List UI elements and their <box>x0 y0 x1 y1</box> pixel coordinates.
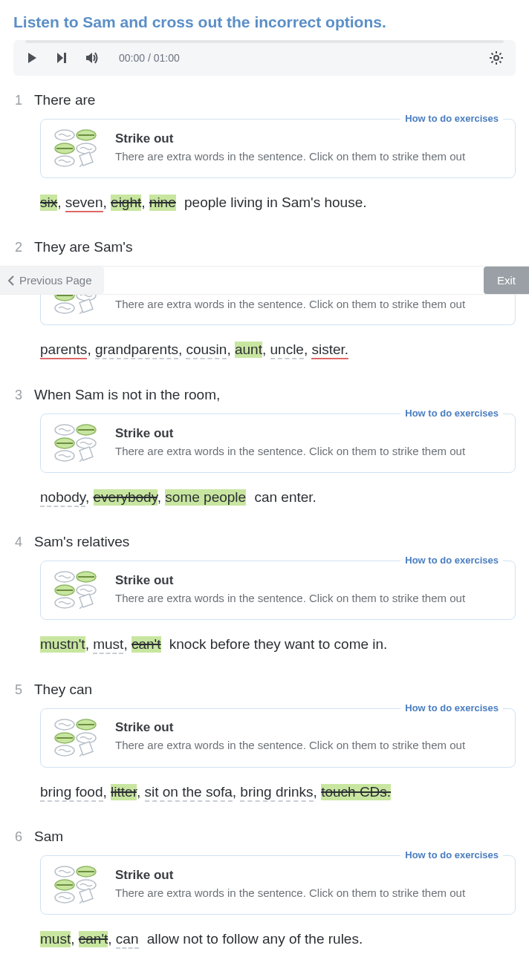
question-prefix: They are Sam's <box>34 239 132 255</box>
separator: , <box>123 636 132 652</box>
option[interactable]: litter <box>111 784 137 800</box>
strike-out-icon <box>51 128 102 167</box>
strike-out-icon <box>51 570 102 609</box>
question-3: 3When Sam is not in the room,How to do e… <box>0 387 529 534</box>
audio-time: 00:00 / 01:00 <box>119 52 180 64</box>
hint-description: There are extra words in the sentence. C… <box>115 886 504 901</box>
separator: , <box>103 195 111 210</box>
separator: , <box>85 489 94 505</box>
hint-description: There are extra words in the sentence. C… <box>115 444 504 459</box>
hint-text: Strike outThere are extra words in the s… <box>115 720 504 753</box>
question-5: 5They canHow to do exercisesStrike outTh… <box>0 682 529 829</box>
option[interactable]: must <box>93 636 123 654</box>
question-number: 1 <box>13 93 22 108</box>
separator: , <box>103 784 111 800</box>
answer-line: six, seven, eight, nine people living in… <box>40 192 516 214</box>
answer-line: nobody, everybody, some people can enter… <box>40 486 516 509</box>
question-1: 1There areHow to do exercisesStrike outT… <box>0 92 529 239</box>
answer-line: mustn't, must, can't knock before they w… <box>40 633 516 656</box>
option[interactable]: touch CDs. <box>321 784 391 800</box>
hint-title: Strike out <box>115 720 504 735</box>
hint-description: There are extra words in the sentence. C… <box>115 149 504 164</box>
separator: , <box>71 931 79 947</box>
exit-button[interactable]: Exit <box>484 267 529 294</box>
hint-box: How to do exercisesStrike outThere are e… <box>40 414 516 473</box>
separator: , <box>178 342 186 357</box>
separator: , <box>108 931 116 947</box>
hint-text: Strike outThere are extra words in the s… <box>115 131 504 164</box>
audio-player: 00:00 / 01:00 <box>13 40 516 76</box>
question-number: 4 <box>13 535 22 550</box>
strike-out-icon <box>51 295 102 314</box>
hint-text: Strike outThere are extra words in the s… <box>115 426 504 459</box>
question-suffix: people living in Sam's house. <box>181 195 367 210</box>
separator: , <box>314 784 322 800</box>
option[interactable]: can't <box>132 636 161 653</box>
question-prefix: Sam <box>34 829 63 845</box>
hint-box: How to do exercisesStrike outThere are e… <box>40 295 516 325</box>
question-suffix: can enter. <box>250 489 317 505</box>
hint-description: There are extra words in the sentence. C… <box>115 738 504 753</box>
question-number: 2 <box>13 240 22 255</box>
hint-title: Strike out <box>115 868 504 883</box>
option[interactable]: grandparents <box>95 342 178 359</box>
play-icon[interactable] <box>25 51 39 65</box>
hint-title: Strike out <box>115 573 504 588</box>
option[interactable]: can't <box>79 931 108 947</box>
question-prefix: There are <box>34 92 95 108</box>
option[interactable]: mustn't <box>40 636 85 653</box>
answer-line: bring food, litter, sit on the sofa, bri… <box>40 781 516 803</box>
separator: , <box>137 784 145 800</box>
option[interactable]: everybody <box>94 489 158 506</box>
option[interactable]: must <box>40 931 71 947</box>
nav-strip: Previous PageExit <box>0 266 529 295</box>
strike-out-icon <box>51 423 102 462</box>
hint-title: Strike out <box>115 131 504 146</box>
separator: , <box>227 342 235 357</box>
option[interactable]: six <box>40 195 57 211</box>
how-to-link[interactable]: How to do exercises <box>400 555 503 566</box>
option[interactable]: nine <box>149 195 176 211</box>
option[interactable]: sit on the sofa <box>145 784 233 802</box>
svg-rect-0 <box>64 53 66 63</box>
question-4: 4Sam's relativesHow to do exercisesStrik… <box>0 534 529 681</box>
previous-page-button[interactable]: Previous Page <box>0 267 104 294</box>
option[interactable]: seven <box>65 195 103 212</box>
chevron-left-icon <box>7 275 15 286</box>
option[interactable]: sister. <box>311 342 348 359</box>
strike-out-icon <box>51 718 102 757</box>
separator: , <box>233 784 241 800</box>
how-to-link[interactable]: How to do exercises <box>400 849 503 860</box>
hint-box: How to do exercisesStrike outThere are e… <box>40 119 516 178</box>
question-prefix: They can <box>34 682 92 698</box>
previous-page-label: Previous Page <box>19 274 92 287</box>
hint-title: Strike out <box>115 426 504 441</box>
answer-line: parents, grandparents, cousin, aunt, unc… <box>40 339 516 361</box>
separator: , <box>87 342 95 357</box>
how-to-link[interactable]: How to do exercises <box>400 702 503 713</box>
option[interactable]: cousin <box>186 342 227 359</box>
separator: , <box>262 342 270 357</box>
option[interactable]: can <box>116 931 139 949</box>
option[interactable]: bring food <box>40 784 103 802</box>
audio-progress-bar[interactable] <box>25 40 504 43</box>
hint-description: There are extra words in the sentence. C… <box>115 297 504 312</box>
option[interactable]: parents <box>40 342 87 359</box>
question-number: 5 <box>13 682 22 698</box>
separator: , <box>141 195 149 210</box>
option[interactable]: eight <box>111 195 141 211</box>
option[interactable]: aunt <box>235 342 262 358</box>
next-track-icon[interactable] <box>55 51 68 65</box>
hint-text: Strike outThere are extra words in the s… <box>115 868 504 901</box>
question-number: 3 <box>13 388 22 403</box>
how-to-link[interactable]: How to do exercises <box>400 113 503 124</box>
option[interactable]: some people <box>165 489 246 506</box>
volume-icon[interactable] <box>85 51 100 65</box>
question-suffix: knock before they want to come in. <box>166 636 388 652</box>
option[interactable]: bring drinks <box>240 784 313 802</box>
how-to-link[interactable]: How to do exercises <box>400 408 503 419</box>
option[interactable]: nobody <box>40 489 85 507</box>
option[interactable]: uncle <box>270 342 304 359</box>
gear-icon[interactable] <box>489 50 504 65</box>
audio-controls <box>25 51 100 65</box>
